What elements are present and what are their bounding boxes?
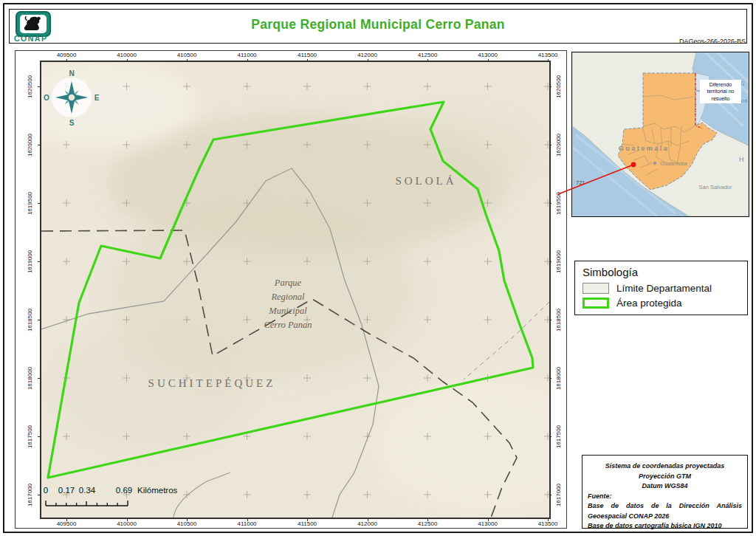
scale-unit-label: Kilómetros — [137, 486, 178, 495]
conap-logo-label: CONAP — [14, 34, 47, 43]
map-svg: SOLOLÁ SUCHITEPÉQUEZ Parque Regional Mun… — [41, 62, 549, 518]
y-coordinate-label: 1618000 — [22, 356, 38, 400]
capital-city-label: Guatemala — [660, 160, 688, 167]
legend-label: Límite Departamental — [616, 283, 712, 294]
y-coordinate-label: 1617500 — [22, 414, 38, 458]
y-axis-labels-right: 1620500162000016195001619000161850016180… — [551, 64, 567, 517]
x-axis-labels-top: 4095004100004105004110004115004120004125… — [49, 52, 566, 61]
y-coordinate-label: 1618000 — [551, 356, 567, 400]
y-coordinate-label: 1617000 — [22, 473, 38, 517]
y-coordinate-label: 1619500 — [22, 181, 38, 225]
svg-text:Regional: Regional — [270, 292, 305, 302]
x-coordinate-label: 413000 — [470, 520, 506, 529]
scale-label-034: 0.34 — [79, 486, 96, 495]
x-axis-labels-bottom: 4095004100004105004110004115004120004125… — [49, 520, 566, 529]
country-label: Guatemala — [619, 145, 670, 152]
y-coordinate-label: 1617000 — [551, 473, 567, 517]
protected-area-swatch — [583, 298, 609, 309]
x-coordinate-label: 412000 — [350, 520, 385, 529]
projection-line: Proyección GTM — [588, 472, 742, 482]
document-code: DAGeos-266-2026-BS — [679, 38, 746, 45]
x-coordinate-label: 411500 — [289, 52, 325, 61]
department-label-suchitepequez: SUCHITEPÉQUEZ — [148, 377, 276, 389]
x-coordinate-label: 412500 — [410, 52, 445, 61]
locator-map: Guatemala Guatemala San Salvador H o G u… — [571, 52, 749, 217]
departmental-limit-swatch — [583, 283, 609, 294]
source-line-2: Base de datos cartografía básica IGN 201… — [588, 521, 742, 532]
y-coordinate-label: 1620500 — [22, 64, 38, 109]
svg-text:Cerro Panan: Cerro Panan — [264, 320, 312, 330]
honduras-label-fragment: H o — [739, 156, 749, 163]
x-coordinate-label: 413000 — [470, 52, 506, 61]
y-coordinate-label: 1620500 — [551, 64, 567, 109]
x-coordinate-label: 412500 — [410, 520, 445, 529]
map-canvas: SOLOLÁ SUCHITEPÉQUEZ Parque Regional Mun… — [40, 61, 551, 519]
map-document: CONAP Parque Regional Municipal Cerro Pa… — [0, 0, 756, 536]
scale-label-069: 0.69 — [116, 486, 132, 495]
x-coordinate-label: 410500 — [169, 52, 205, 61]
crs-line: Sistema de coordenadas proyectadas — [588, 461, 742, 472]
source-info-box: Sistema de coordenadas proyectadas Proye… — [582, 455, 748, 529]
source-line-1: Base de datos de la Dirección Análisis G… — [588, 501, 742, 521]
scale-label-017: 0.17 — [58, 486, 75, 495]
y-coordinate-label: 1620000 — [551, 123, 567, 167]
legend-item-departmental-limit: Límite Departamental — [583, 283, 740, 294]
department-label-solola: SOLOLÁ — [395, 175, 456, 187]
fuente-label: Fuente: — [588, 492, 742, 502]
y-coordinate-label: 1618500 — [22, 298, 38, 342]
y-coordinate-label: 1619000 — [22, 239, 38, 284]
datum-line: Datum WGS84 — [588, 481, 742, 492]
legend-label: Área protegida — [616, 298, 682, 309]
y-coordinate-label: 1619500 — [551, 181, 567, 225]
x-coordinate-label: 409500 — [49, 52, 84, 61]
x-coordinate-label: 409500 — [49, 520, 84, 529]
legend-title: Simbología — [583, 266, 740, 278]
legend-item-protected-area: Área protegida — [583, 298, 740, 309]
scale-label-0: 0 — [44, 486, 48, 495]
x-coordinate-label: 413500 — [530, 520, 566, 529]
x-coordinate-label: 410000 — [109, 520, 145, 529]
compass-south-label: S — [69, 119, 75, 127]
compass-west-label: O — [44, 94, 49, 102]
territorial-dispute-note: Diferendo territorial no resuelto — [700, 80, 741, 103]
y-coordinate-label: 1620000 — [22, 123, 38, 167]
y-coordinate-label: 1619000 — [551, 239, 567, 284]
road-label: 721 — [576, 179, 585, 186]
compass-east-label: E — [94, 94, 100, 102]
svg-text:Municipal: Municipal — [268, 306, 307, 316]
x-coordinate-label: 410000 — [109, 52, 145, 61]
x-coordinate-label: 411500 — [289, 520, 325, 529]
locator-map-svg: Guatemala Guatemala San Salvador H o G u… — [572, 52, 749, 216]
header: CONAP Parque Regional Municipal Cerro Pa… — [9, 9, 747, 44]
y-coordinate-label: 1617500 — [551, 414, 567, 458]
y-axis-labels-left: 1620500162000016195001619000161850016180… — [22, 64, 38, 517]
legend: Simbología Límite Departamental Área pro… — [574, 261, 748, 315]
page-title: Parque Regional Municipal Cerro Panan — [10, 17, 746, 32]
svg-text:Parque: Parque — [274, 278, 302, 288]
san-salvador-label: San Salvador — [698, 184, 732, 190]
capital-city-dot — [653, 162, 656, 165]
x-coordinate-label: 410500 — [169, 520, 205, 529]
x-coordinate-label: 412000 — [350, 52, 385, 61]
y-coordinate-label: 1618500 — [551, 298, 567, 342]
x-coordinate-label: 411000 — [230, 520, 265, 529]
x-coordinate-label: 413500 — [530, 52, 566, 61]
sea-label-fragment-1: G u — [740, 80, 749, 87]
compass-north-label: N — [69, 69, 74, 78]
x-coordinate-label: 411000 — [230, 52, 265, 61]
